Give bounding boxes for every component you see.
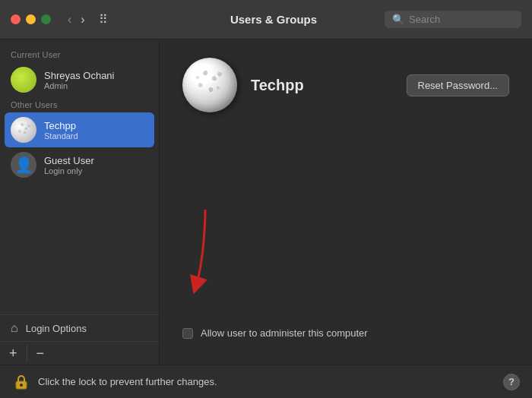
close-button[interactable] (11, 14, 21, 24)
add-user-button[interactable]: + (0, 342, 27, 365)
sidebar-item-guest[interactable]: 👤 Guest User Login only (0, 147, 159, 182)
titlebar: ‹ › ⠿ Users & Groups 🔍 (0, 0, 532, 39)
user-name-techpp: Techpp (44, 120, 78, 131)
avatar-techpp-large (182, 58, 237, 112)
user-role-techpp: Standard (44, 131, 78, 141)
admin-checkbox-area: Allow user to administer this computer (182, 327, 509, 346)
avatar-techpp (11, 117, 36, 143)
admin-checkbox-label: Allow user to administer this computer (201, 327, 368, 339)
user-name-shreyas: Shreyas Ochani (44, 70, 115, 81)
remove-user-button[interactable]: − (27, 342, 54, 365)
search-input[interactable] (409, 14, 514, 25)
detail-panel: Techpp Reset Password... Allow user to a… (160, 39, 532, 365)
sidebar-item-techpp[interactable]: Techpp Standard (5, 112, 154, 147)
search-icon: 🔍 (392, 14, 404, 25)
minimize-button[interactable] (26, 14, 36, 24)
back-button[interactable]: ‹ (65, 12, 74, 27)
avatar-shreyas (11, 67, 36, 93)
detail-username: Techpp (251, 77, 393, 94)
user-info-techpp: Techpp Standard (44, 120, 78, 141)
user-info-shreyas: Shreyas Ochani Admin (44, 70, 115, 90)
plus-minus-bar: + − (0, 341, 159, 365)
forward-button[interactable]: › (78, 12, 87, 27)
login-options-label: Login Options (26, 323, 87, 334)
house-icon: ⌂ (11, 321, 18, 335)
current-user-label: Current User (0, 47, 159, 62)
user-name-guest: Guest User (44, 155, 94, 166)
help-button[interactable]: ? (503, 374, 520, 390)
sidebar-spacer (0, 182, 159, 314)
window-title: Users & Groups (230, 13, 317, 26)
search-bar: 🔍 (385, 11, 521, 28)
annotation-arrow (182, 210, 228, 304)
detail-header: Techpp Reset Password... (182, 58, 509, 112)
reset-password-button[interactable]: Reset Password... (407, 74, 510, 96)
traffic-lights (11, 14, 51, 24)
guest-icon: 👤 (14, 156, 33, 174)
apps-icon[interactable]: ⠿ (99, 12, 108, 27)
maximize-button[interactable] (41, 14, 51, 24)
avatar-guest: 👤 (11, 152, 36, 178)
other-users-label: Other Users (0, 97, 159, 112)
login-options-item[interactable]: ⌂ Login Options (0, 314, 159, 341)
user-role-shreyas: Admin (44, 81, 115, 90)
sidebar-item-shreyas[interactable]: Shreyas Ochani Admin (0, 62, 159, 97)
sidebar: Current User Shreyas Ochani Admin Other … (0, 39, 160, 365)
svg-point-1 (20, 384, 23, 387)
lock-message: Click the lock to prevent further change… (38, 376, 217, 387)
user-info-guest: Guest User Login only (44, 155, 94, 175)
main-content: Current User Shreyas Ochani Admin Other … (0, 39, 532, 365)
lock-icon[interactable] (12, 373, 30, 391)
bottom-bar: Click the lock to prevent further change… (0, 365, 532, 398)
nav-arrows: ‹ › (65, 12, 88, 27)
lock-icon-area: Click the lock to prevent further change… (12, 373, 217, 391)
user-role-guest: Login only (44, 166, 94, 175)
admin-checkbox[interactable] (182, 328, 193, 339)
